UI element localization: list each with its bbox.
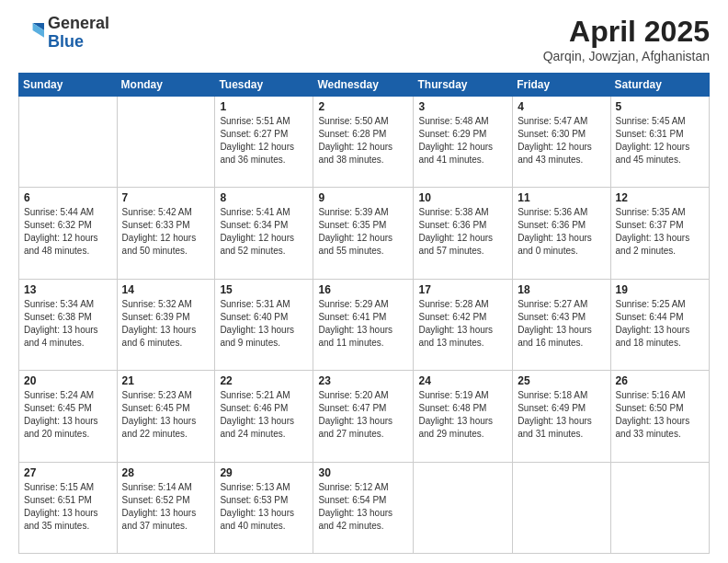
calendar-cell: 30Sunrise: 5:12 AM Sunset: 6:54 PM Dayli… — [313, 462, 414, 553]
day-info: Sunrise: 5:14 AM Sunset: 6:52 PM Dayligh… — [122, 481, 210, 533]
day-info: Sunrise: 5:23 AM Sunset: 6:45 PM Dayligh… — [122, 389, 210, 441]
logo: General Blue — [18, 15, 109, 52]
day-info: Sunrise: 5:18 AM Sunset: 6:49 PM Dayligh… — [518, 389, 605, 441]
header: General Blue April 2025 Qarqin, Jowzjan,… — [18, 15, 710, 63]
calendar-cell: 27Sunrise: 5:15 AM Sunset: 6:51 PM Dayli… — [19, 462, 118, 553]
day-info: Sunrise: 5:28 AM Sunset: 6:42 PM Dayligh… — [418, 298, 507, 350]
calendar-header-saturday: Saturday — [610, 74, 709, 97]
calendar-cell: 11Sunrise: 5:36 AM Sunset: 6:36 PM Dayli… — [513, 188, 610, 279]
calendar-cell: 14Sunrise: 5:32 AM Sunset: 6:39 PM Dayli… — [117, 279, 215, 370]
title-block: April 2025 Qarqin, Jowzjan, Afghanistan — [543, 15, 710, 63]
day-number: 9 — [318, 191, 408, 204]
logo-text: General Blue — [48, 15, 109, 52]
day-number: 28 — [122, 466, 210, 479]
calendar-cell — [19, 97, 118, 188]
calendar-cell: 4Sunrise: 5:47 AM Sunset: 6:30 PM Daylig… — [513, 97, 610, 188]
day-number: 5 — [616, 100, 704, 113]
day-info: Sunrise: 5:29 AM Sunset: 6:41 PM Dayligh… — [318, 298, 408, 350]
calendar-header-monday: Monday — [117, 74, 215, 97]
calendar-cell: 16Sunrise: 5:29 AM Sunset: 6:41 PM Dayli… — [313, 279, 414, 370]
calendar-cell — [117, 97, 215, 188]
calendar-cell: 23Sunrise: 5:20 AM Sunset: 6:47 PM Dayli… — [313, 371, 414, 462]
calendar-header-row: SundayMondayTuesdayWednesdayThursdayFrid… — [19, 74, 710, 97]
calendar-cell: 19Sunrise: 5:25 AM Sunset: 6:44 PM Dayli… — [610, 279, 709, 370]
day-number: 11 — [518, 191, 605, 204]
calendar-header-wednesday: Wednesday — [313, 74, 414, 97]
day-info: Sunrise: 5:47 AM Sunset: 6:30 PM Dayligh… — [518, 115, 605, 167]
day-info: Sunrise: 5:44 AM Sunset: 6:32 PM Dayligh… — [24, 206, 112, 258]
day-number: 20 — [24, 374, 112, 387]
calendar-cell: 9Sunrise: 5:39 AM Sunset: 6:35 PM Daylig… — [313, 188, 414, 279]
calendar-cell: 10Sunrise: 5:38 AM Sunset: 6:36 PM Dayli… — [414, 188, 513, 279]
calendar-table: SundayMondayTuesdayWednesdayThursdayFrid… — [18, 73, 710, 554]
calendar-cell: 24Sunrise: 5:19 AM Sunset: 6:48 PM Dayli… — [414, 371, 513, 462]
calendar-cell: 26Sunrise: 5:16 AM Sunset: 6:50 PM Dayli… — [610, 371, 709, 462]
day-number: 25 — [518, 374, 605, 387]
calendar-header-thursday: Thursday — [414, 74, 513, 97]
calendar-week-row: 13Sunrise: 5:34 AM Sunset: 6:38 PM Dayli… — [19, 279, 710, 370]
calendar-cell: 8Sunrise: 5:41 AM Sunset: 6:34 PM Daylig… — [215, 188, 313, 279]
day-number: 14 — [122, 283, 210, 296]
day-number: 17 — [418, 283, 507, 296]
day-info: Sunrise: 5:51 AM Sunset: 6:27 PM Dayligh… — [220, 115, 308, 167]
day-info: Sunrise: 5:35 AM Sunset: 6:37 PM Dayligh… — [616, 206, 704, 258]
day-number: 24 — [418, 374, 507, 387]
day-number: 8 — [220, 191, 308, 204]
day-info: Sunrise: 5:48 AM Sunset: 6:29 PM Dayligh… — [418, 115, 507, 167]
calendar-week-row: 1Sunrise: 5:51 AM Sunset: 6:27 PM Daylig… — [19, 97, 710, 188]
day-info: Sunrise: 5:25 AM Sunset: 6:44 PM Dayligh… — [616, 298, 704, 350]
day-number: 15 — [220, 283, 308, 296]
day-number: 12 — [616, 191, 704, 204]
calendar-cell: 22Sunrise: 5:21 AM Sunset: 6:46 PM Dayli… — [215, 371, 313, 462]
page: General Blue April 2025 Qarqin, Jowzjan,… — [0, 0, 728, 563]
day-info: Sunrise: 5:20 AM Sunset: 6:47 PM Dayligh… — [318, 389, 408, 441]
day-info: Sunrise: 5:32 AM Sunset: 6:39 PM Dayligh… — [122, 298, 210, 350]
day-info: Sunrise: 5:19 AM Sunset: 6:48 PM Dayligh… — [418, 389, 507, 441]
calendar-cell: 18Sunrise: 5:27 AM Sunset: 6:43 PM Dayli… — [513, 279, 610, 370]
day-info: Sunrise: 5:39 AM Sunset: 6:35 PM Dayligh… — [318, 206, 408, 258]
calendar-week-row: 20Sunrise: 5:24 AM Sunset: 6:45 PM Dayli… — [19, 371, 710, 462]
calendar-cell: 25Sunrise: 5:18 AM Sunset: 6:49 PM Dayli… — [513, 371, 610, 462]
day-number: 6 — [24, 191, 112, 204]
day-number: 21 — [122, 374, 210, 387]
day-number: 23 — [318, 374, 408, 387]
calendar-cell: 20Sunrise: 5:24 AM Sunset: 6:45 PM Dayli… — [19, 371, 118, 462]
calendar-header-tuesday: Tuesday — [215, 74, 313, 97]
day-info: Sunrise: 5:21 AM Sunset: 6:46 PM Dayligh… — [220, 389, 308, 441]
calendar-cell: 5Sunrise: 5:45 AM Sunset: 6:31 PM Daylig… — [610, 97, 709, 188]
day-info: Sunrise: 5:12 AM Sunset: 6:54 PM Dayligh… — [318, 481, 408, 533]
calendar-cell: 29Sunrise: 5:13 AM Sunset: 6:53 PM Dayli… — [215, 462, 313, 553]
day-number: 27 — [24, 466, 112, 479]
calendar-week-row: 6Sunrise: 5:44 AM Sunset: 6:32 PM Daylig… — [19, 188, 710, 279]
day-number: 1 — [220, 100, 308, 113]
day-number: 30 — [318, 466, 408, 479]
day-info: Sunrise: 5:15 AM Sunset: 6:51 PM Dayligh… — [24, 481, 112, 533]
day-info: Sunrise: 5:45 AM Sunset: 6:31 PM Dayligh… — [616, 115, 704, 167]
calendar-cell: 13Sunrise: 5:34 AM Sunset: 6:38 PM Dayli… — [19, 279, 118, 370]
day-info: Sunrise: 5:13 AM Sunset: 6:53 PM Dayligh… — [220, 481, 308, 533]
calendar-cell: 21Sunrise: 5:23 AM Sunset: 6:45 PM Dayli… — [117, 371, 215, 462]
svg-marker-2 — [33, 30, 44, 38]
calendar-cell — [513, 462, 610, 553]
subtitle: Qarqin, Jowzjan, Afghanistan — [543, 49, 710, 63]
day-info: Sunrise: 5:24 AM Sunset: 6:45 PM Dayligh… — [24, 389, 112, 441]
day-number: 22 — [220, 374, 308, 387]
day-number: 2 — [318, 100, 408, 113]
day-info: Sunrise: 5:38 AM Sunset: 6:36 PM Dayligh… — [418, 206, 507, 258]
day-info: Sunrise: 5:16 AM Sunset: 6:50 PM Dayligh… — [616, 389, 704, 441]
calendar-header-sunday: Sunday — [19, 74, 118, 97]
day-info: Sunrise: 5:42 AM Sunset: 6:33 PM Dayligh… — [122, 206, 210, 258]
calendar-cell: 3Sunrise: 5:48 AM Sunset: 6:29 PM Daylig… — [414, 97, 513, 188]
day-number: 7 — [122, 191, 210, 204]
calendar-cell: 28Sunrise: 5:14 AM Sunset: 6:52 PM Dayli… — [117, 462, 215, 553]
calendar-cell: 1Sunrise: 5:51 AM Sunset: 6:27 PM Daylig… — [215, 97, 313, 188]
day-info: Sunrise: 5:34 AM Sunset: 6:38 PM Dayligh… — [24, 298, 112, 350]
calendar-cell: 6Sunrise: 5:44 AM Sunset: 6:32 PM Daylig… — [19, 188, 118, 279]
day-info: Sunrise: 5:31 AM Sunset: 6:40 PM Dayligh… — [220, 298, 308, 350]
calendar-cell — [610, 462, 709, 553]
calendar-header-friday: Friday — [513, 74, 610, 97]
day-number: 3 — [418, 100, 507, 113]
day-info: Sunrise: 5:41 AM Sunset: 6:34 PM Dayligh… — [220, 206, 308, 258]
logo-icon — [18, 20, 44, 46]
day-info: Sunrise: 5:27 AM Sunset: 6:43 PM Dayligh… — [518, 298, 605, 350]
